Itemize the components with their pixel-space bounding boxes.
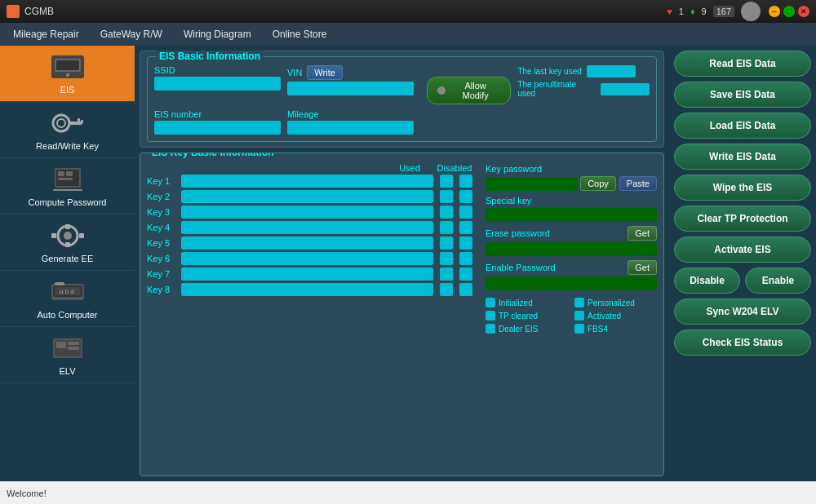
eis-basic-title: EIS Basic Information [159,51,260,62]
write-button[interactable]: Write [307,65,342,80]
key-5-disabled-checkbox[interactable] [459,237,472,250]
erase-get-button[interactable]: Get [628,226,657,241]
ssid-label: SSID [154,65,281,75]
statusbar: Welcome! [0,481,816,504]
load-eis-button[interactable]: Load EIS Data [674,113,811,139]
key-4-disabled-checkbox[interactable] [459,221,472,234]
legend-box-1 [574,298,584,307]
erase-password-label: Erase password [486,228,550,238]
legend-item-3: Activated [574,311,657,321]
sidebar-item-readwrite[interactable]: Read/Write Key [0,102,135,158]
eis-number-input[interactable] [154,121,281,135]
key-5-used-checkbox[interactable] [440,237,453,250]
wipe-eis-button[interactable]: Wipe the EIS [674,175,811,201]
key-8-bar [181,283,433,296]
svg-rect-11 [58,171,64,176]
key-password-input[interactable] [486,177,577,191]
heart-icon: ♥ [667,7,672,16]
last-key-input [587,65,636,77]
disable-button[interactable]: Disable [674,267,740,294]
menu-wiring-diagram[interactable]: Wiring Diagram [174,25,261,43]
ssid-input[interactable] [154,77,281,91]
svg-rect-6 [69,122,82,125]
svg-rect-29 [68,342,79,345]
svg-point-16 [64,232,72,240]
activate-eis-button[interactable]: Activate EIS [674,237,811,263]
close-button[interactable]: ✕ [798,6,809,17]
generate-icon-container [48,221,87,250]
vin-input[interactable] [287,82,414,95]
menu-mileage-repair[interactable]: Mileage Repair [3,25,89,43]
enable-get-button[interactable]: Get [628,260,657,275]
save-eis-button[interactable]: Save EIS Data [674,82,811,108]
svg-point-3 [66,73,69,77]
key-8-disabled-checkbox[interactable] [459,283,472,296]
menu-gateway-rw[interactable]: GateWay R/W [91,25,172,43]
key-right-panel: Key password Copy Paste Special key [486,163,657,472]
window-controls[interactable]: ─ □ ✕ [769,6,809,17]
eis-icon-container [48,52,87,82]
key-1-used-checkbox[interactable] [440,175,453,188]
clear-tp-button[interactable]: Clear TP Protection [674,206,811,232]
app-logo [7,5,20,18]
key-2-disabled-checkbox[interactable] [459,190,472,203]
eis-basic-panel: EIS Basic Information SSID VIN Write [140,51,664,148]
key-6-bar [181,252,433,265]
key-7-disabled-checkbox[interactable] [459,267,472,281]
key-1-label: Key 1 [147,176,178,186]
key-3-disabled-checkbox[interactable] [459,206,472,219]
sidebar-readwrite-label: Read/Write Key [36,141,99,151]
key-1-bar [181,175,433,188]
erase-password-input[interactable] [486,242,657,256]
svg-text:u b d: u b d [60,288,74,295]
titlebar-stats: ♥ 1 ♦ 9 167 [667,2,761,21]
autocomputer-icon: u b d [48,277,87,307]
sidebar-item-elv[interactable]: ELV [0,327,135,383]
minimize-button[interactable]: ─ [769,6,780,17]
svg-rect-28 [56,342,66,348]
key-5-label: Key 5 [147,238,178,248]
key-password-label: Key password [486,164,542,174]
legend-label-1: Personalized [588,298,635,307]
key-7-used-checkbox[interactable] [440,267,453,281]
key-3-used-checkbox[interactable] [440,206,453,219]
status-text: Welcome! [7,489,47,498]
key-6-used-checkbox[interactable] [440,252,453,265]
svg-point-4 [53,115,69,131]
enable-password-input[interactable] [486,276,657,290]
menu-online-store[interactable]: Online Store [263,25,337,43]
key-6-disabled-checkbox[interactable] [459,252,472,265]
sidebar-generate-label: Generate EE [42,254,94,263]
legend-grid: InitializedPersonalizedTP clearedActivat… [486,298,657,334]
check-status-button[interactable]: Check EIS Status [674,329,811,356]
app-title: CGMB [24,6,667,17]
sidebar-item-generate[interactable]: Generate EE [0,214,135,271]
key-row-6: Key 6 [147,252,479,265]
key-2-used-checkbox[interactable] [440,190,453,203]
autocomputer-icon-container: u b d [48,277,87,307]
key-row-2: Key 2 [147,190,479,203]
copy-button[interactable]: Copy [580,176,616,191]
read-eis-button[interactable]: Read EIS Data [674,51,811,77]
sidebar-item-eis[interactable]: EIS [0,46,135,102]
key-1-disabled-checkbox[interactable] [459,175,472,188]
allow-modify-button[interactable]: Allow Modify [427,77,511,104]
paste-button[interactable]: Paste [619,176,657,191]
disable-enable-row: Disable Enable [674,267,811,294]
key-8-label: Key 8 [147,285,178,294]
special-key-input[interactable] [486,208,657,222]
sync-w204-button[interactable]: Sync W204 ELV [674,298,811,325]
sidebar-item-compute[interactable]: Compute Password [0,158,135,214]
write-eis-button[interactable]: Write EIS Data [674,144,811,170]
avatar [741,2,761,21]
svg-point-5 [57,119,65,127]
special-key-section: Special key [486,195,657,222]
key-8-used-checkbox[interactable] [440,283,453,296]
enable-button[interactable]: Enable [745,267,811,294]
maximize-button[interactable]: □ [783,6,795,17]
heart-count: 1 [679,7,684,16]
sidebar-item-autocomputer[interactable]: u b d Auto Computer [0,271,135,327]
key-4-used-checkbox[interactable] [440,221,453,234]
mileage-input[interactable] [287,121,414,135]
svg-rect-17 [65,224,70,229]
